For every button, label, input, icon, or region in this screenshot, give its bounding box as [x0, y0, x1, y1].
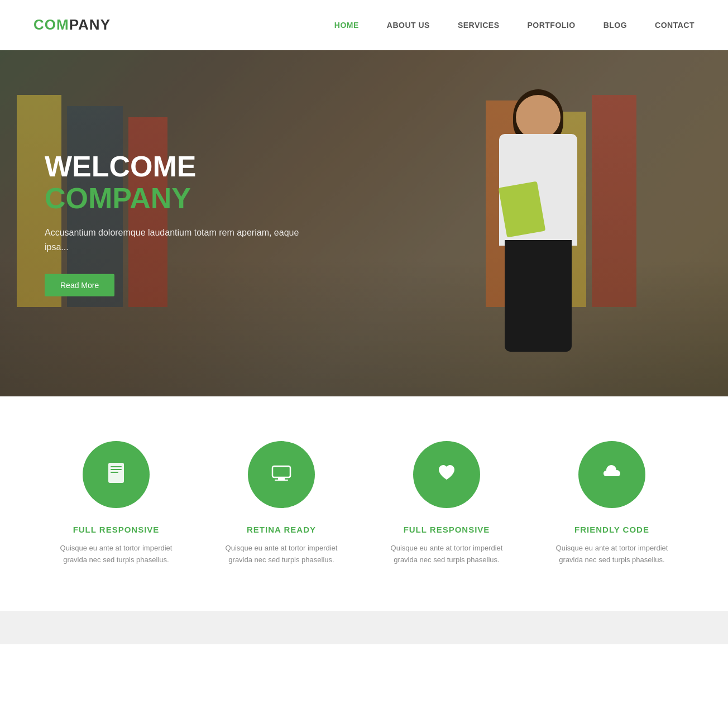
svg-rect-3	[111, 472, 118, 473]
read-more-button[interactable]: Read More	[45, 274, 114, 296]
features-section: FULL RESPONSIVE Quisque eu ante at torto…	[0, 396, 728, 611]
hero-title-white: WELCOME	[45, 150, 197, 183]
woman-skirt	[505, 240, 572, 352]
nav-home[interactable]: HOME	[334, 21, 359, 30]
svg-rect-6	[275, 480, 288, 481]
woman-head	[516, 95, 561, 140]
feature-2-icon-circle	[248, 441, 315, 508]
feature-1-icon	[104, 461, 128, 488]
svg-rect-1	[111, 466, 122, 467]
navigation: HOME ABOUT US SERVICES PORTFOLIO BLOG CO…	[334, 21, 695, 30]
cloud-icon	[600, 461, 624, 488]
feature-3-icon-circle	[413, 441, 480, 508]
hero-title-green: COMPANY	[45, 182, 191, 214]
feature-2: RETINA READY Quisque eu ante at tortor i…	[214, 441, 348, 566]
feature-4-desc: Quisque eu ante at tortor imperdiet grav…	[545, 543, 679, 566]
hero-subtitle: Accusantium doloremque laudantium totam …	[45, 226, 324, 254]
svg-rect-5	[278, 477, 285, 480]
hero-section: WELCOME COMPANY Accusantium doloremque l…	[0, 50, 728, 396]
feature-2-icon	[269, 461, 294, 488]
feature-1-desc: Quisque eu ante at tortor imperdiet grav…	[49, 543, 183, 566]
woman-body	[449, 84, 628, 396]
feature-2-title: RETINA READY	[247, 525, 316, 534]
nav-blog[interactable]: BLOG	[604, 21, 627, 30]
feature-3-title: FULL RESPONSIVE	[404, 525, 490, 534]
feature-4: FRIENDLY CODE Quisque eu ante at tortor …	[545, 441, 679, 566]
footer-bar	[0, 611, 728, 644]
hero-woman-figure	[449, 84, 628, 396]
feature-1: FULL RESPONSIVE Quisque eu ante at torto…	[49, 441, 183, 566]
hero-content: WELCOME COMPANY Accusantium doloremque l…	[45, 151, 324, 296]
feature-3-desc: Quisque eu ante at tortor imperdiet grav…	[380, 543, 514, 566]
logo-prefix: COM	[33, 16, 69, 33]
feature-2-desc: Quisque eu ante at tortor imperdiet grav…	[214, 543, 348, 566]
nav-contact[interactable]: CONTACT	[655, 21, 695, 30]
svg-rect-2	[111, 469, 122, 470]
nav-about[interactable]: ABOUT US	[387, 21, 430, 30]
feature-1-icon-circle	[83, 441, 150, 508]
nav-portfolio[interactable]: PORTFOLIO	[527, 21, 575, 30]
feature-3: FULL RESPONSIVE Quisque eu ante at torto…	[380, 441, 514, 566]
hero-title: WELCOME COMPANY	[45, 151, 324, 214]
logo[interactable]: COMPANY	[33, 16, 111, 33]
feature-4-title: FRIENDLY CODE	[574, 525, 649, 534]
svg-rect-4	[272, 466, 290, 477]
feature-4-icon-circle	[578, 441, 645, 508]
logo-suffix: PANY	[69, 16, 111, 33]
feature-1-title: FULL RESPONSIVE	[73, 525, 160, 534]
header: COMPANY HOME ABOUT US SERVICES PORTFOLIO…	[0, 0, 728, 50]
nav-services[interactable]: SERVICES	[458, 21, 500, 30]
heart-icon	[434, 461, 459, 488]
